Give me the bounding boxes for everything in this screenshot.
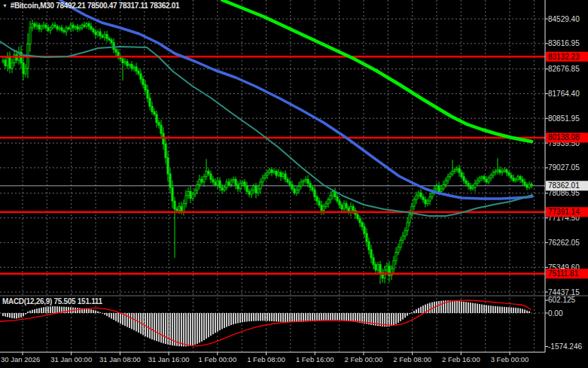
time-axis-label: 1 Feb 08:00 (247, 355, 285, 363)
time-axis-label: 1 Feb 16:00 (296, 355, 334, 363)
time-axis-label: 30 Jan 2026 (1, 355, 40, 363)
time-axis-label: 2 Feb 08:00 (393, 355, 431, 363)
level-price-label: 75111.81 (548, 269, 579, 278)
chart-title: ▼#Bitcoin,M30 78492.21 78500.47 78317.11… (2, 2, 179, 11)
price-axis-label: 84529.40 (548, 15, 580, 23)
trading-chart-window[interactable]: 84529.4083616.9582676.8581764.4080851.95… (0, 0, 588, 368)
current-price-label: 78362.01 (548, 181, 580, 190)
time-axis-label: 31 Jan 00:00 (50, 355, 92, 363)
time-axis-label: 2 Feb 16:00 (442, 355, 480, 363)
macd-indicator-label: MACD(12,26,9) 75.505 151.111 (2, 297, 102, 306)
price-axis-label: 76262.05 (548, 239, 580, 247)
price-axis-label: 74437.15 (548, 288, 580, 297)
time-axis-label: 31 Jan 08:00 (99, 355, 141, 363)
chart-title-text: #Bitcoin,M30 78492.21 78500.47 78317.11 … (11, 2, 180, 10)
macd-axis-label: -1574.246 (548, 342, 582, 351)
price-axis-label: 80851.95 (548, 114, 580, 123)
level-price-label: 80138.08 (548, 133, 580, 141)
level-price-label: 77391.14 (548, 208, 580, 216)
symbol-marker-icon: ▼ (2, 3, 8, 8)
price-axis-label: 83616.95 (548, 39, 580, 47)
time-axis-label: 3 Feb 00:00 (491, 355, 529, 363)
macd-axis-label: 0.00 (548, 309, 563, 318)
macd-axis-label: 602.125 (548, 296, 576, 304)
time-axis-label: 1 Feb 00:00 (198, 355, 236, 363)
price-axis-label: 82676.85 (548, 65, 580, 73)
price-axis-label: 81764.40 (548, 90, 580, 98)
price-axis-label: 79027.05 (548, 163, 580, 172)
level-price-label: 83132.23 (548, 53, 580, 61)
macd-label-text: MACD(12,26,9) 75.505 151.111 (2, 297, 102, 306)
time-axis-label: 2 Feb 00:00 (345, 355, 383, 363)
chart-canvas[interactable]: 84529.4083616.9582676.8581764.4080851.95… (0, 0, 588, 368)
time-axis-label: 31 Jan 16:00 (148, 355, 190, 363)
